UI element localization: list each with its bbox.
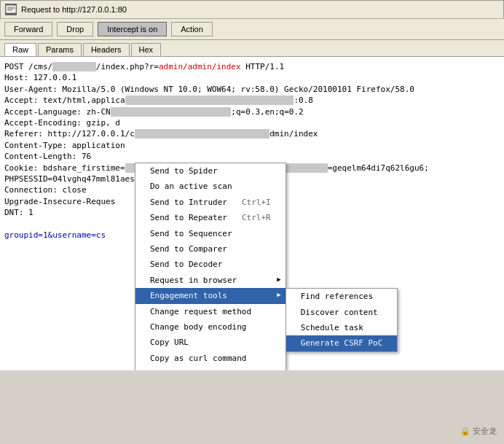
intercept-button[interactable]: Intercept is on	[98, 22, 167, 36]
action-button[interactable]: Action	[171, 22, 213, 36]
drop-button[interactable]: Drop	[57, 22, 93, 36]
menu-send-spider[interactable]: Send to Spider	[135, 163, 286, 179]
title-bar: Request to http://127.0.0.1:80	[0, 0, 504, 19]
menu-send-decoder[interactable]: Send to Decoder	[135, 257, 286, 272]
shortcut-repeater: Ctrl+R	[242, 212, 271, 223]
watermark-text: 🔒 安全龙	[460, 427, 497, 435]
menu-engagement-tools[interactable]: Engagement tools Find references Discove…	[135, 288, 286, 303]
menu-send-sequencer[interactable]: Send to Sequencer	[135, 226, 286, 241]
tab-params[interactable]: Params	[38, 43, 82, 56]
submenu-find-references[interactable]: Find references	[286, 289, 398, 304]
menu-copy-curl[interactable]: Copy as curl command	[135, 351, 286, 366]
forward-button[interactable]: Forward	[4, 22, 52, 36]
menu-send-comparer[interactable]: Send to Comparer	[135, 241, 286, 257]
menu-active-scan[interactable]: Do an active scan	[135, 179, 286, 194]
request-line-1: POST /cms/ /index.php?r=admin/admin/inde…	[4, 61, 500, 72]
request-line-9: Content-Length: 76	[4, 151, 500, 162]
menu-request-browser[interactable]: Request in browser	[135, 273, 286, 288]
tabs-bar: Raw Params Headers Hex	[0, 40, 504, 57]
context-menu: Send to Spider Do an active scan Send to…	[135, 163, 286, 370]
menu-send-repeater[interactable]: Send to Repeater Ctrl+R	[135, 210, 286, 225]
request-line-4: Accept: text/html,applica :0.8	[4, 95, 500, 106]
menu-change-body-encoding[interactable]: Change body encoding	[135, 319, 286, 335]
tab-raw[interactable]: Raw	[4, 43, 36, 56]
menu-copy-file[interactable]: Copy to file	[135, 366, 286, 370]
submenu-schedule-task[interactable]: Schedule task	[286, 320, 398, 335]
toolbar: Forward Drop Intercept is on Action	[0, 19, 504, 40]
menu-change-request-method[interactable]: Change request method	[135, 304, 286, 319]
request-line-7: Referer: http://127.0.0.1/c dmin/index	[4, 128, 500, 139]
title-text: Request to http://127.0.0.1:80	[21, 5, 127, 14]
request-line-8: Content-Type: application	[4, 140, 500, 151]
shortcut-intruder: Ctrl+I	[242, 197, 271, 208]
request-line-3: User-Agent: Mozilla/5.0 (Windows NT 10.0…	[4, 84, 500, 95]
request-line-6: Accept-Encoding: gzip, d	[4, 117, 500, 128]
request-line-5: Accept-Language: zh-CN ;q=0.3,en;q=0.2	[4, 106, 500, 117]
request-line-2: Host: 127.0.0.1	[4, 72, 500, 83]
watermark: 🔒 安全龙	[460, 426, 497, 437]
request-content: POST /cms/ /index.php?r=admin/admin/inde…	[0, 57, 504, 370]
submenu-generate-csrf[interactable]: Generate CSRF PoC	[286, 335, 398, 351]
engagement-submenu: Find references Discover content Schedul…	[286, 288, 398, 352]
tab-headers[interactable]: Headers	[83, 43, 130, 56]
menu-send-intruder[interactable]: Send to Intruder Ctrl+I	[135, 195, 286, 210]
tab-hex[interactable]: Hex	[131, 43, 162, 56]
request-icon	[5, 4, 17, 15]
submenu-discover-content[interactable]: Discover content	[286, 305, 398, 320]
menu-copy-url[interactable]: Copy URL	[135, 335, 286, 350]
